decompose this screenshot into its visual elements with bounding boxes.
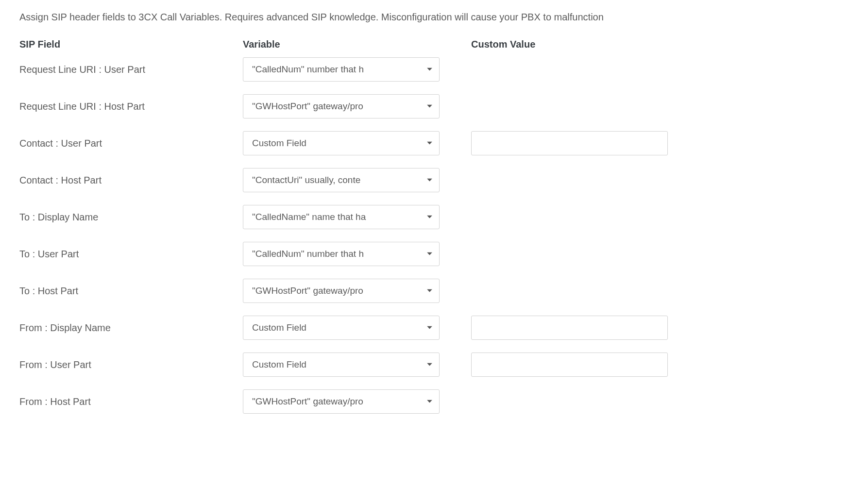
sip-field-row: To : Display Name"CalledName" name that … [19, 205, 847, 229]
sip-field-row: From : Host Part"GWHostPort" gateway/pro [19, 389, 847, 414]
header-custom-value: Custom Value [471, 39, 535, 50]
sip-field-label: Contact : User Part [19, 138, 102, 149]
header-sip-field: SIP Field [19, 39, 60, 50]
variable-select[interactable]: "ContactUri" usually, conte [243, 168, 440, 192]
header-variable: Variable [243, 39, 280, 50]
variable-select[interactable]: "GWHostPort" gateway/pro [243, 94, 440, 118]
table-header-row: SIP Field Variable Custom Value [19, 39, 847, 50]
sip-field-label: From : Host Part [19, 396, 91, 407]
custom-value-input[interactable] [471, 353, 668, 377]
sip-field-label: To : Display Name [19, 212, 98, 222]
sip-field-label: From : User Part [19, 359, 91, 370]
variable-select[interactable]: "CalledNum" number that h [243, 57, 440, 82]
custom-value-input[interactable] [471, 131, 668, 155]
variable-select[interactable]: Custom Field [243, 353, 440, 377]
sip-field-label: To : User Part [19, 249, 79, 259]
variable-select[interactable]: "CalledNum" number that h [243, 242, 440, 266]
sip-field-label: To : Host Part [19, 286, 78, 296]
variable-select[interactable]: "GWHostPort" gateway/pro [243, 279, 440, 303]
sip-field-label: Request Line URI : User Part [19, 64, 145, 75]
variable-select[interactable]: Custom Field [243, 131, 440, 155]
sip-field-label: Contact : Host Part [19, 175, 102, 185]
variable-select[interactable]: "CalledName" name that ha [243, 205, 440, 229]
sip-field-label: Request Line URI : Host Part [19, 101, 145, 112]
variable-select[interactable]: "GWHostPort" gateway/pro [243, 389, 440, 414]
sip-field-row: To : User Part"CalledNum" number that h [19, 242, 847, 266]
sip-field-row: From : User PartCustom Field [19, 353, 847, 377]
sip-field-row: From : Display NameCustom Field [19, 316, 847, 340]
sip-field-row: Contact : User PartCustom Field [19, 131, 847, 155]
sip-field-row: Contact : Host Part"ContactUri" usually,… [19, 168, 847, 192]
sip-field-row: To : Host Part"GWHostPort" gateway/pro [19, 279, 847, 303]
custom-value-input[interactable] [471, 316, 668, 340]
page-description: Assign SIP header fields to 3CX Call Var… [19, 10, 847, 24]
sip-field-label: From : Display Name [19, 322, 111, 333]
variable-select[interactable]: Custom Field [243, 316, 440, 340]
sip-field-row: Request Line URI : User Part"CalledNum" … [19, 57, 847, 82]
sip-field-row: Request Line URI : Host Part"GWHostPort"… [19, 94, 847, 118]
